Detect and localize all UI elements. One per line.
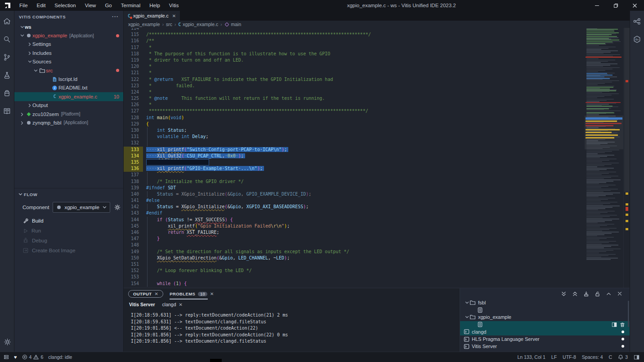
code-line-116[interactable]: 116/** <box>124 38 578 44</box>
chevron-down-icon[interactable] <box>464 315 470 319</box>
sidebar-item-zcu102sem[interactable]: zcu102sem[Platform] <box>14 110 123 118</box>
code-line-134[interactable]: 134····Xil_Out32(·CSU_PCAP_CTRL,·0x0·); <box>124 153 578 159</box>
code-line-146[interactable]: 146 return XST_FAILURE; <box>124 229 578 236</box>
menu-go[interactable]: Go <box>101 1 116 9</box>
code-line-130[interactable]: 130 int Status; <box>124 127 578 134</box>
pin-icon[interactable] <box>582 291 590 297</box>
sidebar-item-xgpio-example[interactable]: xgpio_example[Application] <box>14 31 123 40</box>
output-channel-vitis-server[interactable]: Vitis Server <box>129 302 155 307</box>
minimap[interactable] <box>585 28 623 288</box>
source-control-icon[interactable] <box>3 53 11 62</box>
sidebar-item-output[interactable]: Output <box>14 101 123 110</box>
code-line-150[interactable]: 150 XGpio_SetDataDirection(&Gpio, LED_CH… <box>124 255 578 261</box>
flow-action-create-boot-image[interactable]: Create Boot Image <box>14 246 123 255</box>
server-item-clangd[interactable]: clangd <box>460 328 630 335</box>
flow-settings-gear-icon[interactable] <box>114 204 121 211</box>
code-line-142[interactable]: 142 Status = XGpio_Initialize(&Gpio, XGP… <box>124 204 578 210</box>
server-item-vitis-server[interactable]: Vitis Server <box>460 343 630 350</box>
code-line-127[interactable]: 127 ************************************… <box>124 108 578 114</box>
flow-action-run[interactable]: Run <box>14 226 123 235</box>
menu-file[interactable]: File <box>15 1 32 9</box>
code-line-143[interactable]: 143#endif <box>124 210 578 216</box>
menu-help[interactable]: Help <box>145 1 164 9</box>
debug-flask-icon[interactable] <box>3 71 11 80</box>
code-line-123[interactable]: 123 * failed. <box>124 83 578 89</box>
language-indicator[interactable]: C <box>609 354 613 360</box>
code-line-115[interactable]: 115/************************************… <box>124 31 578 38</box>
code-line-125[interactable]: 125 * @note This function will not retur… <box>124 95 578 102</box>
trash-icon[interactable] <box>620 322 625 327</box>
chevron-down-icon[interactable] <box>32 68 38 73</box>
code-line-140[interactable]: 140 Status = XGpio_Initialize(&Gpio, GPI… <box>124 191 578 197</box>
code-line-133[interactable]: 133····xil_printf("Switch·Config·port·PC… <box>124 147 578 153</box>
heart-icon[interactable]: ♥ <box>14 354 17 360</box>
chevron-down-icon[interactable] <box>27 59 32 64</box>
clangd-status[interactable]: clangd: idle <box>48 354 72 360</box>
scrollbar[interactable] <box>628 301 629 327</box>
code-line-128[interactable]: 128int main(void) <box>124 115 578 121</box>
close-icon[interactable]: ✕ <box>210 291 214 296</box>
sidebar-item-includes[interactable]: Includes <box>14 49 123 57</box>
settings-gear-icon[interactable] <box>3 338 12 346</box>
sidebar-item-sources[interactable]: Sources <box>14 58 123 66</box>
more-actions-icon[interactable]: ··· <box>112 13 119 20</box>
menu-terminal[interactable]: Terminal <box>117 1 144 9</box>
code-line-117[interactable]: 117 * <box>124 45 578 51</box>
code-line-124[interactable]: 124 * <box>124 89 578 95</box>
code-line-137[interactable]: 137 <box>124 172 578 178</box>
close-icon[interactable] <box>616 291 623 296</box>
code-line-132[interactable]: 132 <box>124 140 578 146</box>
sidebar-item-ws[interactable]: ws <box>14 22 123 31</box>
code-line-136[interactable]: 136····xil_printf("GPIO·Example·Start·..… <box>124 165 578 172</box>
code-line-138[interactable]: 138 /* Initialize the GPIO driver */ <box>124 179 578 185</box>
sidebar-item-lscript-ld[interactable]: lscript.ld <box>14 75 123 83</box>
menu-selection[interactable]: Selection <box>50 1 80 9</box>
code-line-148[interactable]: 148 <box>124 242 578 248</box>
split-editor-icon[interactable] <box>612 322 617 327</box>
panel-tab-problems[interactable]: PROBLEMS10✕ <box>170 288 214 299</box>
code-line-118[interactable]: 118 * The purpose of this function is to… <box>124 51 578 57</box>
sidebar-item-xgpio-example-c[interactable]: Cxgpio_example.c10 <box>14 92 123 101</box>
sidebar-item-readme-txt[interactable]: iREADME.txt <box>14 84 123 92</box>
server-item-log[interactable] <box>460 321 630 328</box>
code-line-147[interactable]: 147 } <box>124 236 578 242</box>
close-window-button[interactable] <box>625 0 644 11</box>
code-line-154[interactable]: 154 while (1) { <box>124 281 578 287</box>
expand-all-icon[interactable] <box>571 291 578 297</box>
code-line-120[interactable]: 120 * <box>124 63 578 70</box>
code-line-152[interactable]: 152 /* Loop forever blinking the LED */ <box>124 268 578 274</box>
code-line-121[interactable]: 121 * <box>124 70 578 76</box>
home-icon[interactable] <box>3 17 11 26</box>
package-icon[interactable] <box>3 89 11 98</box>
chevron-down-icon[interactable] <box>19 25 25 29</box>
flow-icon[interactable] <box>633 17 641 26</box>
menu-view[interactable]: View <box>81 1 100 9</box>
close-tab-icon[interactable]: ✕ <box>172 13 176 18</box>
scrollbar[interactable] <box>623 28 630 288</box>
remote-icon[interactable] <box>4 354 9 360</box>
menu-vitis[interactable]: Vitis <box>165 1 183 9</box>
code-line-144[interactable]: 144 if (Status != XST_SUCCESS) { <box>124 217 578 223</box>
breadcrumb-item[interactable]: src <box>166 22 172 27</box>
code-line-131[interactable]: 131 volatile int Delay; <box>124 134 578 140</box>
sidebar-item-zynqmp-fsbl[interactable]: zynqmp_fsbl[Application] <box>14 118 123 127</box>
code-editor[interactable]: 114115/*********************************… <box>124 28 630 288</box>
code-line-153[interactable]: 153 <box>124 274 578 280</box>
code-line-151[interactable]: 151 <box>124 261 578 268</box>
collapse-all-icon[interactable] <box>560 291 567 297</box>
encoding-indicator[interactable]: UTF-8 <box>563 354 576 360</box>
server-item-log[interactable] <box>460 306 630 313</box>
flow-action-debug[interactable]: Debug <box>14 236 123 245</box>
sidebar-item-src[interactable]: src <box>14 66 123 75</box>
chevron-right-icon[interactable] <box>27 42 32 46</box>
close-icon[interactable]: ✕ <box>154 291 158 296</box>
chevron-right-icon[interactable] <box>27 103 32 107</box>
minimize-button[interactable] <box>587 0 606 11</box>
chevron-right-icon[interactable] <box>27 51 32 55</box>
chevron-down-icon[interactable] <box>19 33 25 38</box>
code-line-129[interactable]: 129{ <box>124 121 578 127</box>
panel-tab-output[interactable]: OUTPUT✕ <box>128 290 163 298</box>
sidebar-item-settings[interactable]: Settings <box>14 40 123 49</box>
restore-button[interactable] <box>606 0 625 11</box>
layout-icon[interactable] <box>634 354 640 360</box>
